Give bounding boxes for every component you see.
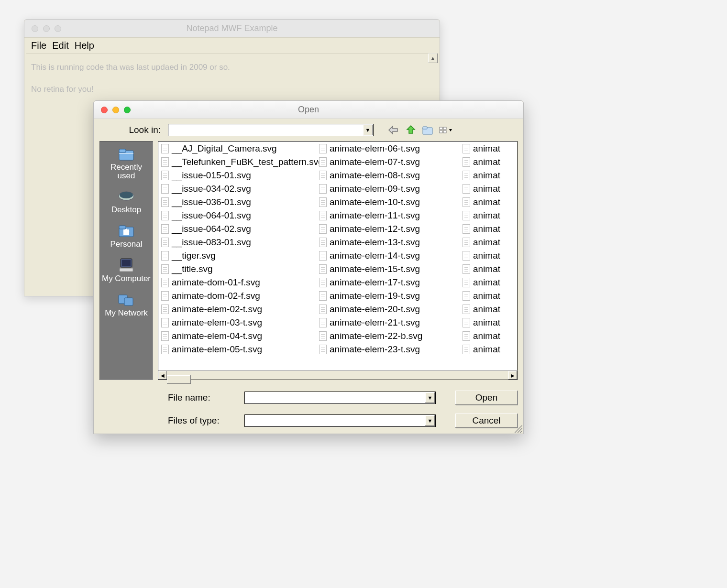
menu-file[interactable]: File: [29, 39, 48, 52]
list-item[interactable]: animat: [463, 304, 514, 315]
list-item[interactable]: animate-elem-05-t.svg: [161, 344, 313, 355]
list-item[interactable]: animate-elem-21-t.svg: [319, 317, 457, 328]
list-item[interactable]: animate-elem-12-t.svg: [319, 224, 457, 234]
file-column: __AJ_Digital_Camera.svg__Telefunken_FuBK…: [158, 143, 316, 370]
list-item[interactable]: __title.svg: [161, 264, 313, 274]
list-item[interactable]: animat: [463, 143, 514, 154]
filename-input[interactable]: ▼: [244, 392, 436, 404]
menu-edit[interactable]: Edit: [50, 39, 70, 52]
list-item[interactable]: animate-elem-10-t.svg: [319, 197, 457, 207]
list-item[interactable]: animate-elem-04-t.svg: [161, 331, 313, 341]
list-item[interactable]: animate-elem-19-t.svg: [319, 291, 457, 301]
lookin-combo[interactable]: ▼: [168, 124, 374, 136]
svg-rect-19: [120, 268, 133, 272]
list-item[interactable]: animate-elem-23-t.svg: [319, 344, 457, 355]
list-item[interactable]: animat: [463, 331, 514, 341]
list-item[interactable]: animat: [463, 317, 514, 328]
new-folder-button[interactable]: [421, 124, 435, 136]
open-button[interactable]: Open: [455, 391, 518, 405]
svg-rect-7: [443, 131, 446, 133]
sidebar-item-recently-used[interactable]: Recently used: [99, 146, 153, 180]
list-item[interactable]: __issue-064-02.svg: [161, 224, 313, 234]
document-icon: [319, 144, 327, 153]
list-item[interactable]: animate-elem-20-t.svg: [319, 304, 457, 315]
list-item[interactable]: animate-dom-01-f.svg: [161, 277, 313, 288]
file-name: __issue-015-01.svg: [172, 170, 251, 181]
list-item[interactable]: animat: [463, 210, 514, 221]
sidebar-item-personal[interactable]: Personal: [99, 222, 153, 249]
list-item[interactable]: animate-elem-03-t.svg: [161, 317, 313, 328]
scroll-left-icon[interactable]: ◀: [158, 371, 167, 380]
list-item[interactable]: animate-dom-02-f.svg: [161, 291, 313, 301]
list-item[interactable]: animat: [463, 291, 514, 301]
document-icon: [161, 144, 169, 153]
chevron-down-icon[interactable]: ▼: [425, 392, 435, 403]
list-item[interactable]: animate-elem-11-t.svg: [319, 210, 457, 221]
document-icon: [463, 305, 470, 314]
cancel-button[interactable]: Cancel: [455, 414, 518, 428]
chevron-down-icon[interactable]: ▼: [425, 415, 435, 426]
document-icon: [161, 318, 169, 327]
svg-rect-3: [423, 127, 427, 129]
list-item[interactable]: animat: [463, 344, 514, 355]
sidebar-item-label: Personal: [110, 240, 142, 249]
list-item[interactable]: animate-elem-08-t.svg: [319, 170, 457, 181]
file-list[interactable]: __AJ_Digital_Camera.svg__Telefunken_FuBK…: [158, 141, 518, 370]
file-name: animate-elem-05-t.svg: [172, 344, 262, 355]
file-name: __issue-064-01.svg: [172, 210, 251, 221]
file-pane: __AJ_Digital_Camera.svg__Telefunken_FuBK…: [158, 141, 518, 380]
view-menu-button[interactable]: [439, 124, 452, 136]
sidebar-item-my-computer[interactable]: My Computer: [99, 257, 153, 283]
scroll-up-icon[interactable]: ▲: [428, 54, 438, 63]
list-item[interactable]: animat: [463, 197, 514, 207]
list-item[interactable]: animate-elem-06-t.svg: [319, 143, 457, 154]
scroll-thumb[interactable]: [167, 375, 191, 384]
back-button[interactable]: [387, 124, 400, 136]
chevron-down-icon[interactable]: ▼: [363, 125, 373, 135]
list-item[interactable]: animate-elem-09-t.svg: [319, 184, 457, 194]
list-item[interactable]: animate-elem-15-t.svg: [319, 264, 457, 274]
sidebar-item-my-network[interactable]: My Network: [99, 291, 153, 318]
list-item[interactable]: animat: [463, 277, 514, 288]
list-item[interactable]: animat: [463, 250, 514, 261]
notepad-titlebar[interactable]: Notepad MWF Example: [24, 20, 440, 38]
resize-grip[interactable]: [514, 424, 522, 433]
list-item[interactable]: animat: [463, 170, 514, 181]
filetype-combo[interactable]: ▼: [244, 414, 436, 427]
document-icon: [463, 264, 470, 274]
my-computer-icon: [117, 257, 136, 273]
list-item[interactable]: animat: [463, 224, 514, 234]
file-name: animat: [473, 331, 500, 341]
horizontal-scrollbar[interactable]: ◀ ▶: [158, 370, 518, 380]
scroll-right-icon[interactable]: ▶: [508, 371, 517, 380]
list-item[interactable]: animat: [463, 157, 514, 167]
personal-icon: [117, 222, 136, 239]
list-item[interactable]: animate-elem-14-t.svg: [319, 250, 457, 261]
list-item[interactable]: __issue-034-02.svg: [161, 184, 313, 194]
dialog-titlebar[interactable]: Open: [94, 101, 523, 119]
list-item[interactable]: animate-elem-07-t.svg: [319, 157, 457, 167]
list-item[interactable]: animat: [463, 264, 514, 274]
list-item[interactable]: animate-elem-02-t.svg: [161, 304, 313, 315]
document-icon: [161, 184, 169, 194]
sidebar-item-desktop[interactable]: Desktop: [99, 188, 153, 215]
list-item[interactable]: animate-elem-17-t.svg: [319, 277, 457, 288]
file-name: animat: [473, 264, 500, 274]
list-item[interactable]: animate-elem-13-t.svg: [319, 237, 457, 248]
list-item[interactable]: __AJ_Digital_Camera.svg: [161, 143, 313, 154]
file-name: animat: [473, 291, 500, 301]
up-one-level-button[interactable]: [404, 124, 418, 136]
document-icon: [161, 305, 169, 314]
list-item[interactable]: __Telefunken_FuBK_test_pattern.svg: [161, 157, 313, 167]
list-item[interactable]: __issue-064-01.svg: [161, 210, 313, 221]
list-item[interactable]: __issue-036-01.svg: [161, 197, 313, 207]
file-name: animate-elem-14-t.svg: [330, 250, 420, 261]
file-name: animate-elem-10-t.svg: [330, 197, 420, 207]
list-item[interactable]: animat: [463, 237, 514, 248]
list-item[interactable]: animate-elem-22-b.svg: [319, 331, 457, 341]
list-item[interactable]: animat: [463, 184, 514, 194]
list-item[interactable]: __issue-015-01.svg: [161, 170, 313, 181]
menu-help[interactable]: Help: [73, 39, 96, 52]
list-item[interactable]: __issue-083-01.svg: [161, 237, 313, 248]
list-item[interactable]: __tiger.svg: [161, 250, 313, 261]
